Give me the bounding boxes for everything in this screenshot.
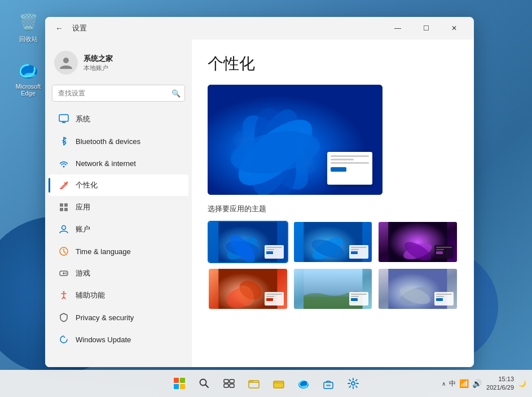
- sidebar-label-accounts: 账户: [76, 224, 90, 234]
- svg-rect-60: [326, 385, 331, 386]
- theme-thumb-1[interactable]: [208, 221, 288, 263]
- accessibility-icon: [58, 289, 70, 302]
- sidebar-label-time: Time & language: [76, 247, 131, 256]
- network-icon[interactable]: 📶: [459, 379, 469, 388]
- gaming-icon: [58, 267, 70, 280]
- svg-point-18: [65, 273, 67, 274]
- system-icon: [58, 113, 70, 125]
- svg-point-17: [65, 272, 67, 273]
- sidebar-label-gaming: 游戏: [76, 268, 90, 278]
- theme-thumb-3[interactable]: [377, 221, 458, 263]
- taskbar-center: [168, 372, 364, 395]
- user-name: 系统之家: [83, 54, 113, 64]
- explorer-button[interactable]: [243, 372, 265, 395]
- sidebar-label-personalization: 个性化: [76, 180, 98, 190]
- svg-rect-11: [64, 208, 68, 211]
- store-button[interactable]: [317, 372, 340, 395]
- sidebar-label-accessibility: 辅助功能: [76, 290, 105, 300]
- sidebar-label-privacy: Privacy & security: [76, 313, 134, 322]
- sidebar-item-update[interactable]: Windows Update: [49, 329, 188, 350]
- apps-icon: [58, 201, 70, 213]
- svg-point-19: [63, 291, 65, 293]
- svg-line-49: [205, 385, 208, 388]
- chevron-icon[interactable]: ∧: [442, 381, 446, 387]
- user-sub: 本地账户: [83, 64, 113, 72]
- svg-rect-10: [60, 208, 63, 211]
- sidebar-item-gaming[interactable]: 游戏: [49, 263, 188, 284]
- sidebar-label-apps: 应用: [76, 202, 90, 212]
- user-profile[interactable]: 系统之家 本地账户: [45, 45, 192, 82]
- privacy-icon: [58, 311, 70, 324]
- network-icon: [58, 157, 70, 169]
- sidebar-item-accounts[interactable]: 账户: [49, 219, 188, 240]
- avatar: [54, 51, 78, 75]
- theme-thumb-2[interactable]: [293, 221, 373, 263]
- start-button[interactable]: [168, 372, 191, 395]
- svg-point-1: [24, 73, 36, 77]
- maximize-button[interactable]: ☐: [413, 20, 439, 37]
- edge-desktop-icon[interactable]: Microsoft Edge: [8, 56, 48, 99]
- themes-grid: [208, 221, 458, 310]
- windows-logo: [174, 378, 185, 389]
- sidebar-item-personalization[interactable]: 个性化: [49, 174, 188, 196]
- clock[interactable]: 15:13 2021/6/29: [486, 375, 514, 392]
- svg-point-2: [63, 58, 69, 63]
- svg-rect-8: [60, 203, 63, 207]
- sidebar-item-system[interactable]: 系统: [49, 108, 188, 130]
- taskbar: ∧ 中 📶 🔊 15:13 2021/6/29 🌙: [0, 370, 532, 397]
- search-button[interactable]: [193, 372, 216, 395]
- back-button[interactable]: ←: [52, 21, 67, 35]
- main-content: 系统之家 本地账户 🔍 系统: [45, 40, 474, 367]
- section-label: 选择要应用的主题: [208, 204, 458, 214]
- mini-window-preview: [327, 152, 372, 185]
- edge-label: Microsoft Edge: [11, 83, 46, 97]
- update-icon: [58, 333, 70, 346]
- theme-thumb-4[interactable]: [208, 268, 288, 310]
- search-icon: 🔍: [172, 89, 181, 98]
- svg-point-61: [351, 382, 355, 385]
- svg-rect-9: [64, 203, 68, 207]
- time-icon: [58, 245, 70, 258]
- edge-taskbar-button[interactable]: [292, 372, 315, 395]
- personalization-icon: [58, 179, 70, 191]
- recycle-bin-icon[interactable]: 🗑️ 回收站: [8, 8, 48, 46]
- settings-taskbar-button[interactable]: [342, 372, 364, 395]
- sidebar-item-time[interactable]: Time & language: [49, 241, 188, 262]
- sidebar-item-apps[interactable]: 应用: [49, 197, 188, 218]
- minimize-button[interactable]: —: [385, 20, 411, 37]
- taskbar-right: ∧ 中 📶 🔊 15:13 2021/6/29 🌙: [442, 375, 526, 392]
- moon-icon: 🌙: [518, 380, 526, 387]
- sidebar-label-bluetooth: Bluetooth & devices: [76, 137, 140, 146]
- desktop: 🗑️ 回收站 Microsoft Edge ← 设置 — ☐ ✕: [0, 0, 532, 397]
- content-panel: 个性化: [192, 40, 474, 367]
- sidebar-item-network[interactable]: Network & internet: [49, 152, 188, 174]
- sidebar-label-system: 系统: [76, 114, 90, 124]
- sidebar-label-update: Windows Update: [76, 335, 131, 344]
- title-bar: ← 设置 — ☐ ✕: [45, 17, 474, 40]
- svg-point-6: [63, 166, 65, 168]
- sidebar-item-privacy[interactable]: Privacy & security: [49, 307, 188, 328]
- theme-preview: [208, 85, 382, 195]
- theme-thumb-6[interactable]: [377, 268, 458, 310]
- sidebar-item-bluetooth[interactable]: Bluetooth & devices: [49, 130, 188, 152]
- svg-point-12: [62, 226, 66, 230]
- svg-rect-52: [224, 384, 228, 387]
- close-button[interactable]: ✕: [441, 20, 467, 37]
- clock-time: 15:13: [486, 375, 514, 383]
- theme-thumb-5[interactable]: [293, 268, 373, 310]
- svg-rect-53: [230, 384, 234, 387]
- settings-window: ← 设置 — ☐ ✕: [45, 17, 474, 367]
- file-explorer-button[interactable]: [267, 372, 290, 395]
- sidebar-item-accessibility[interactable]: 辅助功能: [49, 285, 188, 306]
- svg-rect-51: [230, 379, 234, 383]
- search-box: 🔍: [52, 85, 185, 102]
- user-info: 系统之家 本地账户: [83, 54, 113, 72]
- ime-indicator[interactable]: 中: [449, 379, 456, 389]
- task-view-button[interactable]: [218, 372, 240, 395]
- volume-icon[interactable]: 🔊: [472, 379, 482, 388]
- search-input[interactable]: [52, 85, 185, 102]
- bluetooth-icon: [58, 135, 70, 147]
- theme-preview-bg: [208, 85, 382, 195]
- page-title: 个性化: [208, 53, 458, 75]
- sidebar-label-network: Network & internet: [76, 159, 136, 168]
